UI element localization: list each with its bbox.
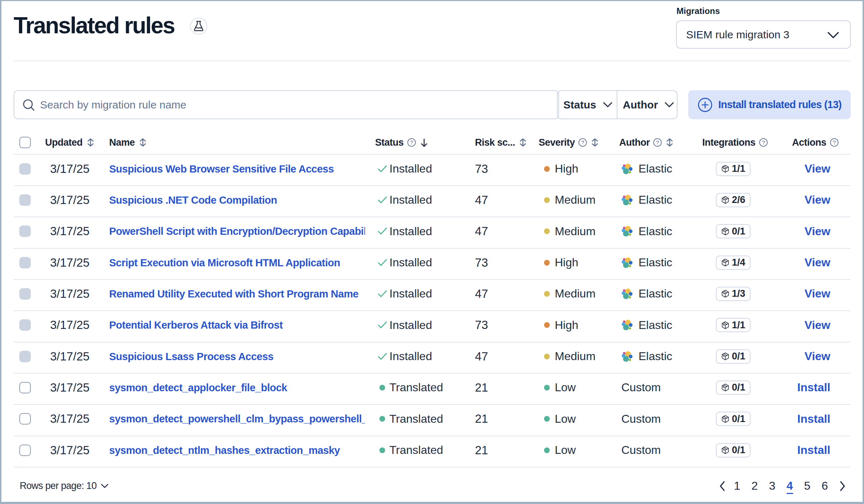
svg-text:?: ?: [581, 139, 584, 145]
svg-text:?: ?: [656, 139, 659, 145]
svg-text:?: ?: [833, 139, 836, 145]
svg-text:?: ?: [762, 139, 765, 145]
svg-text:?: ?: [410, 139, 413, 145]
